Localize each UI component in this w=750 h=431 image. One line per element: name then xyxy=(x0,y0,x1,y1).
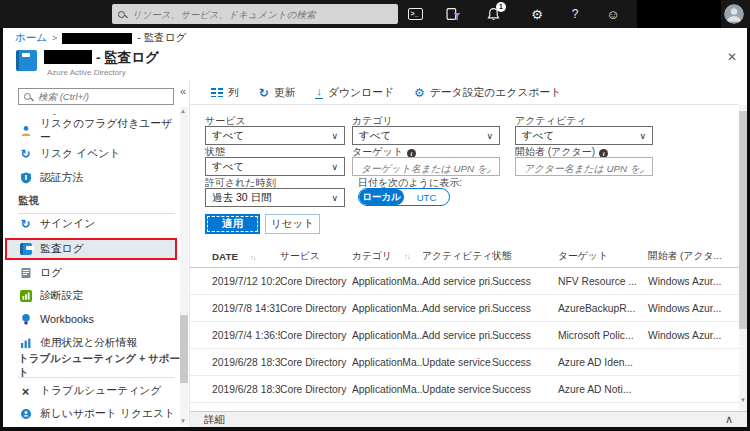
cell-date: 2019/6/28 18:3... xyxy=(212,357,280,368)
global-search[interactable] xyxy=(112,4,398,24)
cell-target: AzureBackupR... xyxy=(558,303,648,314)
column-header-label: ターゲット xyxy=(558,250,608,261)
sidebar-item-auth-methods[interactable]: 認証方法 xyxy=(5,167,177,189)
sidebar-item-logs[interactable]: ログ xyxy=(5,262,177,284)
table-row[interactable]: 2019/6/28 18:3... Core Directory Applica… xyxy=(190,376,739,403)
target-filter-input[interactable] xyxy=(359,160,493,177)
activity-filter-dropdown[interactable]: すべて ∨ xyxy=(515,126,653,145)
directory-filter-button[interactable] xyxy=(440,0,466,28)
sidebar-item-sign-ins[interactable]: ↻ サインイン xyxy=(5,213,177,235)
close-icon[interactable]: ✕ xyxy=(727,50,737,64)
column-header-date[interactable]: DATE↑↓ xyxy=(212,251,280,262)
scroll-down-icon[interactable]: ▼ xyxy=(739,395,747,405)
sidebar-item-label: 認証方法 xyxy=(40,171,83,185)
sidebar-item-workbooks[interactable]: Workbooks xyxy=(5,308,177,330)
notifications-button[interactable]: 1 xyxy=(480,0,506,28)
sidebar-item-label: 使用状況と分析情報 xyxy=(40,336,137,350)
cell-status: Success xyxy=(492,357,558,368)
sidebar-scrollbar-thumb[interactable] xyxy=(180,315,188,383)
sidebar-item-audit-logs[interactable]: 監査ログ xyxy=(5,238,177,260)
settings-button[interactable]: ⚙ xyxy=(524,0,550,28)
sidebar-item-new-support-request[interactable]: 新しいサポート リクエスト xyxy=(5,403,177,425)
columns-button[interactable]: 列 xyxy=(211,86,239,100)
toggle-utc[interactable]: UTC xyxy=(404,189,449,205)
directory-filter-icon xyxy=(446,7,461,22)
chevron-down-icon: ∨ xyxy=(486,131,493,141)
status-filter-dropdown[interactable]: すべて ∨ xyxy=(205,157,345,176)
sidebar-item-usage-insights[interactable]: 使用状況と分析情報 xyxy=(5,332,177,354)
help-button[interactable]: ? xyxy=(562,0,588,28)
date-range-value: 過去 30 日間 xyxy=(212,191,272,205)
scroll-up-icon[interactable]: ▲ xyxy=(179,107,187,115)
command-bar: 列 ↻ 更新 ↓ ダウンロード ⚙ データ設定のエクスポート xyxy=(190,81,747,104)
cell-target: NFV Resource ... xyxy=(558,276,648,287)
cell-activity: Update service... xyxy=(422,384,492,395)
cell-status: Success xyxy=(492,330,558,341)
refresh-button-label: 更新 xyxy=(274,86,296,100)
table-row[interactable]: 2019/7/4 1:36:58 Core Directory Applicat… xyxy=(190,322,739,349)
status-filter-value: すべて xyxy=(212,160,244,174)
download-button[interactable]: ↓ ダウンロード xyxy=(315,86,394,100)
collapse-menu-icon[interactable]: « xyxy=(180,85,186,97)
cell-target: Azure AD Noti... xyxy=(558,384,648,395)
audit-log-icon xyxy=(16,50,37,71)
avatar[interactable] xyxy=(724,4,744,24)
table-row[interactable]: 2019/7/12 10:2... Core Directory Applica… xyxy=(190,268,739,295)
scroll-down-icon[interactable]: ▼ xyxy=(179,417,187,425)
sidebar-item-diagnostic-settings[interactable]: 診断設定 xyxy=(5,285,177,307)
cell-initiator: Windows Azur... xyxy=(648,330,739,341)
target-filter-input-wrap xyxy=(352,157,500,176)
sidebar-item-label: ログ xyxy=(40,266,62,280)
sidebar-search[interactable] xyxy=(18,88,174,105)
user-flag-icon xyxy=(19,125,32,138)
search-icon xyxy=(24,93,31,100)
sidebar-item-risk-events[interactable]: ↻ リスク イベント xyxy=(5,143,177,165)
cell-date: 2019/7/12 10:2... xyxy=(212,276,280,287)
column-header-label: アクティビティ xyxy=(422,250,492,261)
chevron-down-icon: ∨ xyxy=(639,131,646,141)
refresh-button[interactable]: ↻ 更新 xyxy=(259,86,296,100)
initiator-filter-input-wrap xyxy=(515,157,653,176)
column-header-label: 開始者 (アクタ... xyxy=(648,250,722,261)
column-header-status[interactable]: 状態 xyxy=(492,250,558,263)
date-range-dropdown[interactable]: 過去 30 日間 ∨ xyxy=(205,188,345,207)
details-bar[interactable]: 詳細 ∧ xyxy=(190,411,747,427)
main-pane: 列 ↻ 更新 ↓ ダウンロード ⚙ データ設定のエクスポート サービス すべて … xyxy=(190,81,747,427)
cell-category: ApplicationMa... xyxy=(352,276,422,287)
feedback-button[interactable]: ☺ xyxy=(600,0,626,28)
table-row[interactable]: 2019/7/8 14:31... Core Directory Applica… xyxy=(190,295,739,322)
global-search-input[interactable] xyxy=(130,8,392,21)
logs-icon xyxy=(19,267,32,280)
main-scrollbar-thumb[interactable] xyxy=(739,111,747,329)
notification-badge: 1 xyxy=(496,2,506,12)
service-filter-dropdown[interactable]: すべて ∨ xyxy=(205,126,345,145)
initiator-filter-label-text: 開始者 (アクター) xyxy=(515,146,595,157)
azure-portal-window: >_ 1 ⚙ ? ☺ xyxy=(0,0,750,431)
category-filter-dropdown[interactable]: すべて ∨ xyxy=(352,126,500,145)
export-data-settings-button[interactable]: ⚙ データ設定のエクスポート xyxy=(414,86,561,100)
table-header: DATE↑↓ サービス カテゴリ↑↓ アクティビティ↑↓ 状態 ターゲット 開始… xyxy=(190,245,739,267)
column-header-target[interactable]: ターゲット xyxy=(558,250,648,263)
page-header: - 監査ログ Azure Active Directory ✕ xyxy=(3,48,747,81)
risk-events-icon: ↻ xyxy=(19,148,32,161)
reset-button[interactable]: リセット xyxy=(265,214,320,234)
table-row[interactable]: 2019/6/28 18:3... Core Directory Applica… xyxy=(190,349,739,376)
initiator-filter-input[interactable] xyxy=(522,160,646,177)
table-row[interactable]: 2019/6/28 18:3... Core Directory Applica… xyxy=(190,403,739,411)
breadcrumb-home-link[interactable]: ホーム xyxy=(15,31,47,45)
column-header-activity[interactable]: アクティビティ↑↓ xyxy=(422,250,492,263)
cell-activity: Add service pri... xyxy=(422,303,492,314)
divider xyxy=(18,377,175,378)
sidebar-item-risky-users[interactable]: リスクのフラグ付きユーザー xyxy=(5,120,177,142)
column-header-service[interactable]: サービス xyxy=(280,250,352,263)
bar-chart-icon xyxy=(19,337,32,350)
column-header-category[interactable]: カテゴリ↑↓ xyxy=(352,250,422,263)
column-header-initiator[interactable]: 開始者 (アクタ... xyxy=(648,250,739,263)
toggle-local[interactable]: ローカル xyxy=(359,189,404,205)
sidebar-item-troubleshoot[interactable]: × トラブルシューティング xyxy=(5,380,177,402)
sidebar-search-input[interactable] xyxy=(36,90,168,103)
apply-button[interactable]: 適用 xyxy=(205,214,260,234)
support-person-icon xyxy=(19,408,32,421)
chevron-up-icon[interactable]: ∧ xyxy=(725,413,733,426)
cloud-shell-button[interactable]: >_ xyxy=(402,0,428,28)
